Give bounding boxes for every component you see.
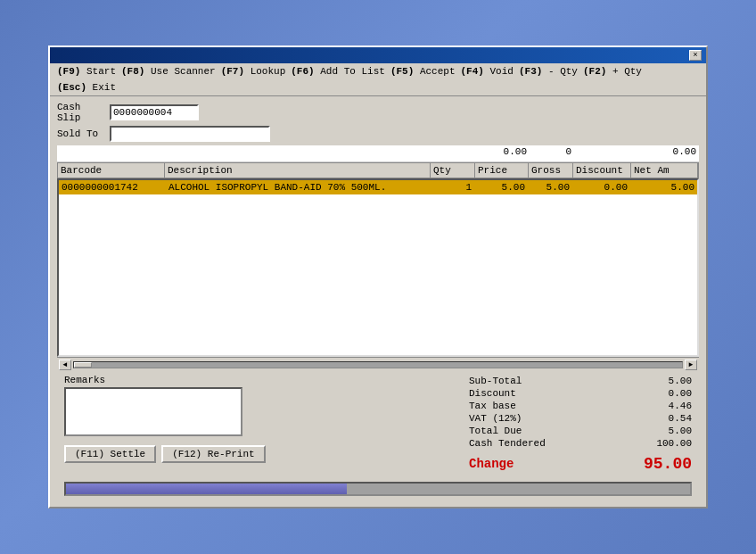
totaldue-row: Total Due 5.00	[469, 425, 692, 437]
entry-row	[57, 145, 699, 162]
menu-plus-qty[interactable]: (F2) + Qty	[583, 66, 642, 77]
col-net-amount: Net Am	[631, 163, 698, 178]
col-barcode: Barcode	[58, 163, 165, 178]
remarks-input[interactable]	[64, 387, 242, 436]
entry-qty-cell	[431, 145, 476, 161]
menu-start[interactable]: (F9) Start	[57, 66, 116, 77]
price-input[interactable]	[479, 146, 527, 157]
col-gross: Gross	[529, 163, 573, 178]
disc-input[interactable]	[577, 146, 629, 157]
taxbase-label: Tax base	[469, 401, 516, 411]
menu-scanner[interactable]: (F8) Use Scanner	[121, 66, 216, 77]
totals-section: Sub-Total 5.00 Discount 0.00 Tax base 4.…	[469, 375, 692, 475]
subtotal-label: Sub-Total	[469, 376, 522, 386]
entry-price-cell	[476, 145, 530, 161]
taxbase-row: Tax base 4.46	[469, 400, 692, 412]
subtotal-value: 5.00	[638, 376, 692, 386]
progress-fill	[66, 484, 347, 494]
column-headers: Barcode Description Qty Price Gross Disc…	[57, 162, 699, 178]
scroll-track[interactable]	[73, 361, 683, 368]
progress-bar	[64, 482, 692, 496]
cashtendered-value: 100.00	[638, 438, 692, 449]
col-discount: Discount	[573, 163, 631, 178]
remarks-section: Remarks (F11) Settle (F12) Re-Print	[64, 375, 462, 475]
table-row[interactable]: 0000000001742 ALCOHOL ISOPROPYL BAND-AID…	[59, 180, 697, 194]
table-section: Barcode Description Qty Price Gross Disc…	[57, 145, 699, 371]
subtotal-row: Sub-Total 5.00	[469, 375, 692, 387]
discount-value: 0.00	[638, 388, 692, 399]
progress-bar-section	[57, 478, 699, 501]
horizontal-scrollbar: ◄ ►	[57, 357, 699, 371]
net-input[interactable]	[635, 146, 696, 157]
close-button[interactable]: ×	[689, 50, 702, 61]
menu-minus-qty[interactable]: (F3) - Qty	[519, 66, 578, 77]
sold-to-label: Sold To	[57, 128, 106, 139]
reprint-button[interactable]: (F12) Re-Print	[161, 445, 265, 463]
col-description: Description	[165, 163, 431, 178]
cell-qty: 1	[430, 180, 474, 194]
content-area: Cash Slip Sold To	[50, 96, 706, 507]
scroll-right-button[interactable]: ►	[685, 360, 697, 370]
menu-void[interactable]: (F4) Void	[461, 66, 514, 77]
settle-button[interactable]: (F11) Settle	[64, 445, 156, 463]
change-label: Change	[469, 457, 514, 471]
cashtendered-label: Cash Tendered	[469, 438, 546, 449]
vat-row: VAT (12%) 0.54	[469, 412, 692, 425]
menu-bar: (F9) Start (F8) Use Scanner (F7) Lookup …	[50, 63, 706, 96]
cashtendered-row: Cash Tendered 100.00	[469, 437, 692, 450]
menu-addtolist[interactable]: (F6) Add To List	[291, 66, 385, 77]
entry-gross-cell	[530, 145, 574, 161]
description-input[interactable]	[167, 146, 429, 157]
entry-code-cell	[57, 145, 164, 161]
totaldue-value: 5.00	[638, 426, 692, 436]
title-bar: ×	[50, 47, 706, 63]
entry-net-cell	[632, 145, 699, 161]
gross-input[interactable]	[532, 146, 571, 157]
cell-barcode: 0000000001742	[59, 180, 166, 194]
cell-discount: 0.00	[572, 180, 630, 194]
menu-exit[interactable]: (Esc) Exit	[57, 82, 116, 93]
cash-slip-input[interactable]	[110, 104, 199, 120]
sold-to-row: Sold To	[57, 126, 699, 142]
bottom-section: Remarks (F11) Settle (F12) Re-Print Sub-…	[57, 371, 699, 478]
sold-to-input[interactable]	[110, 126, 270, 142]
main-window: × (F9) Start (F8) Use Scanner (F7) Looku…	[48, 45, 708, 509]
totaldue-label: Total Due	[469, 426, 522, 436]
cell-net: 5.00	[630, 180, 697, 194]
cell-gross: 5.00	[528, 180, 572, 194]
qty-input[interactable]	[434, 146, 473, 161]
remarks-label: Remarks	[64, 375, 462, 385]
scroll-left-button[interactable]: ◄	[59, 360, 71, 370]
scroll-thumb	[74, 362, 92, 368]
code-input[interactable]	[60, 146, 161, 157]
col-qty: Qty	[431, 163, 475, 178]
cell-price: 5.00	[474, 180, 528, 194]
cash-slip-label: Cash Slip	[57, 102, 106, 123]
discount-row: Discount 0.00	[469, 387, 692, 400]
col-price: Price	[475, 163, 529, 178]
vat-value: 0.54	[638, 413, 692, 424]
change-value: 95.00	[644, 455, 692, 473]
menu-lookup[interactable]: (F7) Lookup	[221, 66, 286, 77]
menu-accept[interactable]: (F5) Accept	[390, 66, 456, 77]
entry-disc-cell	[574, 145, 632, 161]
cash-slip-row: Cash Slip	[57, 102, 699, 123]
data-grid: 0000000001742 ALCOHOL ISOPROPYL BAND-AID…	[57, 178, 699, 357]
taxbase-value: 4.46	[638, 401, 692, 411]
entry-desc-cell	[164, 145, 431, 161]
change-row: Change 95.00	[469, 453, 692, 475]
vat-label: VAT (12%)	[469, 413, 522, 424]
cell-description: ALCOHOL ISOPROPYL BAND-AID 70% 500ML.	[166, 180, 430, 194]
action-buttons: (F11) Settle (F12) Re-Print	[64, 445, 462, 463]
discount-label: Discount	[469, 388, 516, 399]
